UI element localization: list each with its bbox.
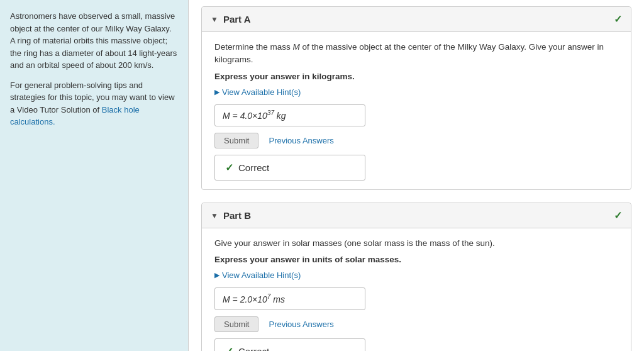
part-b-correct-text: Correct	[238, 346, 269, 351]
part-b-correct-icon: ✓	[614, 209, 622, 221]
part-b-header: ▼ Part B ✓	[202, 203, 631, 228]
part-a-correct-text: Correct	[238, 162, 269, 173]
part-a-answer-text: M = 4.0×1037 kg	[223, 111, 286, 121]
part-a-chevron-icon[interactable]: ▼	[211, 15, 218, 24]
part-a-body: Determine the mass M of the massive obje…	[202, 32, 631, 189]
main-content: ▼ Part A ✓ Determine the mass M of the m…	[189, 0, 644, 351]
part-a-correct-icon: ✓	[614, 13, 622, 25]
part-a-hint-link[interactable]: ▶ View Available Hint(s)	[214, 87, 618, 97]
part-a-header-left: ▼ Part A	[211, 14, 251, 25]
part-b-hint-link[interactable]: ▶ View Available Hint(s)	[214, 270, 618, 280]
sidebar-paragraph-1: Astronomers have observed a small, massi…	[10, 10, 178, 72]
part-a-previous-answers-link[interactable]: Previous Answers	[269, 136, 333, 145]
part-b-title: Part B	[223, 210, 251, 221]
part-a-answer-box: M = 4.0×1037 kg	[214, 104, 365, 127]
sidebar-paragraph-2: For general problem-solving tips and str…	[10, 79, 178, 128]
part-b-section: ▼ Part B ✓ Give your answer in solar mas…	[201, 203, 631, 351]
sidebar: Astronomers have observed a small, massi…	[0, 0, 189, 351]
part-a-submit-button[interactable]: Submit	[214, 133, 258, 148]
part-b-chevron-icon[interactable]: ▼	[211, 211, 218, 220]
part-b-submit-button[interactable]: Submit	[214, 316, 258, 332]
part-b-hint-label: View Available Hint(s)	[222, 270, 301, 280]
part-b-description: Give your answer in solar masses (one so…	[214, 237, 618, 250]
part-a-description: Determine the mass M of the massive obje…	[214, 41, 618, 67]
part-a-hint-arrow-icon: ▶	[214, 88, 219, 96]
part-b-express-answer: Express your answer in units of solar ma…	[214, 255, 618, 264]
part-a-correct-banner: ✓ Correct	[214, 155, 365, 181]
part-b-correct-check-icon: ✓	[225, 345, 233, 351]
part-b-hint-arrow-icon: ▶	[214, 271, 219, 279]
part-b-header-left: ▼ Part B	[211, 210, 251, 221]
part-b-body: Give your answer in solar masses (one so…	[202, 228, 631, 351]
part-b-correct-banner: ✓ Correct	[214, 338, 365, 351]
part-a-hint-label: View Available Hint(s)	[222, 87, 301, 97]
part-a-section: ▼ Part A ✓ Determine the mass M of the m…	[201, 6, 631, 190]
part-a-submit-row: Submit Previous Answers	[214, 133, 618, 148]
part-a-express-answer: Express your answer in kilograms.	[214, 72, 618, 81]
part-b-previous-answers-link[interactable]: Previous Answers	[269, 320, 333, 329]
part-a-title: Part A	[223, 14, 251, 25]
part-b-answer-text: M = 2.0×107 ms	[223, 294, 285, 304]
part-b-answer-box: M = 2.0×107 ms	[214, 287, 365, 310]
part-b-submit-row: Submit Previous Answers	[214, 316, 618, 332]
part-a-correct-check-icon: ✓	[225, 162, 233, 174]
part-a-header: ▼ Part A ✓	[202, 7, 631, 32]
